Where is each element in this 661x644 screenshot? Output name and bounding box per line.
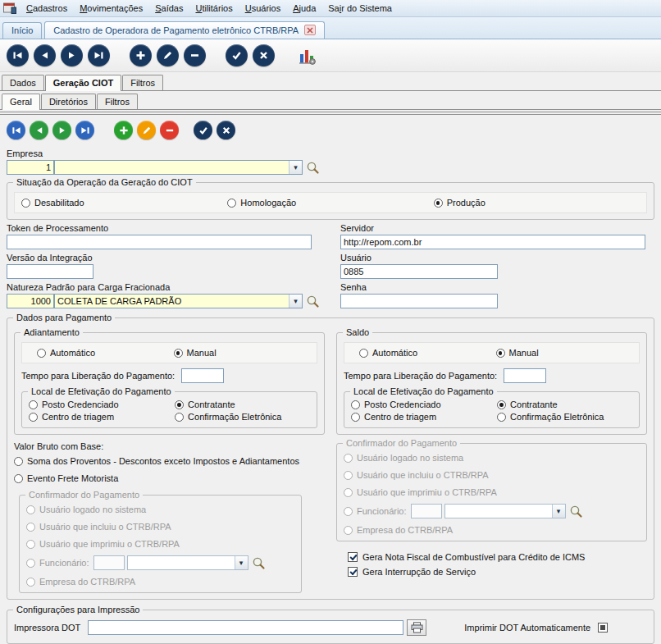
radio-icon[interactable]	[174, 349, 183, 358]
checkbox-icon[interactable]	[348, 552, 358, 562]
confirmador-funcionario-radio[interactable]: Funcionário:	[26, 558, 89, 568]
radio-icon[interactable]	[351, 400, 360, 409]
radio-icon[interactable]	[21, 199, 30, 208]
radio-icon[interactable]	[14, 457, 23, 466]
saldo-posto-radio[interactable]: Posto Credenciado	[351, 400, 497, 409]
adiantamento-contratante-radio[interactable]: Contratante	[175, 400, 310, 409]
post-button[interactable]	[194, 121, 212, 139]
edit-button[interactable]	[137, 121, 156, 139]
radio-icon[interactable]	[497, 413, 506, 422]
impressora-dot-input[interactable]	[88, 620, 403, 635]
tab-filtros[interactable]: Filtros	[122, 75, 163, 90]
funcionario-combo[interactable]	[127, 555, 248, 570]
saldo-manual-radio[interactable]: Manual	[496, 348, 633, 358]
funcionario-code-input[interactable]	[411, 504, 442, 518]
empresa-code-input[interactable]	[7, 160, 54, 175]
remove-button[interactable]	[160, 121, 179, 139]
usuario-input[interactable]	[340, 264, 498, 279]
confirmador-empresa-radio[interactable]: Empresa do CTRB/RPA	[26, 577, 294, 587]
menu-utilitarios[interactable]: Utilitários	[189, 2, 238, 15]
chevron-down-icon[interactable]	[552, 505, 565, 518]
close-tab-icon[interactable]	[304, 25, 316, 35]
confirmador-logado-radio[interactable]: Usuário logado no sistema	[344, 453, 640, 463]
edit-record-button[interactable]	[157, 44, 179, 66]
adiantamento-triagem-radio[interactable]: Centro de triagem	[29, 412, 175, 422]
natureza-combo[interactable]: COLETA DE CARGA PADRÃO	[54, 294, 303, 308]
confirm-button[interactable]	[226, 44, 248, 66]
versao-input[interactable]	[7, 264, 93, 279]
chart-icon[interactable]	[294, 44, 319, 67]
adiantamento-automatico-radio[interactable]: Automático	[37, 348, 174, 358]
radio-icon[interactable]	[351, 413, 360, 422]
menu-sair-do-sistema[interactable]: Sair do Sistema	[322, 2, 398, 15]
first-record-button[interactable]	[7, 44, 29, 66]
funcionario-combo[interactable]	[444, 504, 566, 518]
radio-icon[interactable]	[175, 400, 184, 409]
checkbox-icon[interactable]	[348, 567, 358, 577]
token-input[interactable]	[7, 235, 312, 249]
funcionario-search-icon[interactable]	[252, 556, 266, 570]
saldo-automatico-radio[interactable]: Automático	[359, 348, 496, 358]
subtab-filtros[interactable]: Filtros	[97, 94, 138, 109]
radio-icon[interactable]	[434, 199, 443, 208]
saldo-tempo-input[interactable]	[504, 368, 546, 383]
tab-geracao-ciot[interactable]: Geração CIOT	[45, 75, 121, 91]
radio-icon[interactable]	[497, 400, 506, 409]
adiantamento-manual-radio[interactable]: Manual	[174, 348, 311, 358]
next-record-button[interactable]	[61, 44, 83, 66]
insert-button[interactable]	[114, 121, 133, 139]
menu-usuarios[interactable]: Usuários	[239, 2, 286, 15]
confirmador-funcionario-radio[interactable]: Funcionário:	[344, 506, 407, 516]
radio-icon[interactable]	[37, 349, 46, 358]
nav-prev-button[interactable]	[30, 121, 48, 139]
confirmador-incluiu-radio[interactable]: Usuário que incluiu o CTRB/RPA	[344, 470, 640, 480]
tab-dados[interactable]: Dados	[2, 75, 44, 90]
nav-last-button[interactable]	[75, 121, 94, 139]
menu-cadastros[interactable]: Cadastros	[21, 2, 73, 15]
menu-saidas[interactable]: Saídas	[149, 2, 189, 15]
cancel-button[interactable]	[253, 44, 275, 66]
menu-ajuda[interactable]: Ajuda	[287, 2, 321, 15]
gera-interrupcao-checkbox[interactable]: Gera Interrupção de Serviço	[348, 567, 647, 577]
delete-record-button[interactable]	[184, 44, 206, 66]
adiantamento-eletronica-radio[interactable]: Confirmação Eletrônica	[175, 412, 310, 422]
radio-icon[interactable]	[359, 349, 368, 358]
radio-producao[interactable]: Produção	[434, 198, 640, 208]
confirmador-imprimiu-radio[interactable]: Usuário que imprimiu o CTRB/RPA	[344, 487, 640, 497]
prev-record-button[interactable]	[34, 44, 56, 66]
empresa-combo[interactable]	[54, 160, 303, 175]
radio-icon[interactable]	[227, 199, 236, 208]
funcionario-code-input[interactable]	[93, 555, 125, 570]
last-record-button[interactable]	[88, 44, 110, 66]
tab-inicio[interactable]: Início	[2, 22, 42, 39]
confirmador-empresa-radio[interactable]: Empresa do CTRB/RPA	[344, 525, 640, 535]
radio-icon[interactable]	[29, 413, 38, 422]
subtab-diretorios[interactable]: Diretórios	[41, 94, 96, 109]
valor-bruto-evento-radio[interactable]: Evento Frete Motorista	[14, 473, 325, 483]
radio-icon[interactable]	[14, 474, 23, 483]
radio-icon[interactable]	[175, 413, 184, 422]
empresa-search-icon[interactable]	[306, 161, 320, 175]
natureza-code-input[interactable]	[7, 294, 54, 308]
funcionario-search-icon[interactable]	[569, 505, 583, 518]
tab-cadastro-operadora[interactable]: Cadastro de Operadora de Pagamento eletr…	[44, 21, 325, 39]
adiantamento-posto-radio[interactable]: Posto Credenciado	[29, 400, 175, 409]
radio-icon[interactable]	[29, 400, 38, 409]
add-record-button[interactable]	[130, 44, 152, 66]
radio-desabilitado[interactable]: Desabilitado	[21, 198, 227, 208]
senha-input[interactable]	[340, 294, 498, 308]
menu-movimentacoes[interactable]: Movimentações	[74, 2, 148, 15]
confirmador-logado-radio[interactable]: Usuário logado no sistema	[26, 505, 294, 514]
printer-icon[interactable]	[407, 619, 426, 636]
chevron-down-icon[interactable]	[289, 295, 302, 308]
subtab-geral[interactable]: Geral	[2, 94, 40, 110]
saldo-contratante-radio[interactable]: Contratante	[497, 400, 632, 409]
chevron-down-icon[interactable]	[289, 161, 302, 174]
adiantamento-tempo-input[interactable]	[181, 368, 224, 383]
servidor-input[interactable]	[340, 235, 645, 249]
radio-icon[interactable]	[496, 349, 505, 358]
cancel-edit-button[interactable]	[217, 121, 235, 139]
imprimir-dot-checkbox[interactable]	[598, 623, 608, 633]
natureza-search-icon[interactable]	[306, 295, 320, 308]
gera-nota-fiscal-checkbox[interactable]: Gera Nota Fiscal de Combustível para Cré…	[348, 552, 647, 562]
